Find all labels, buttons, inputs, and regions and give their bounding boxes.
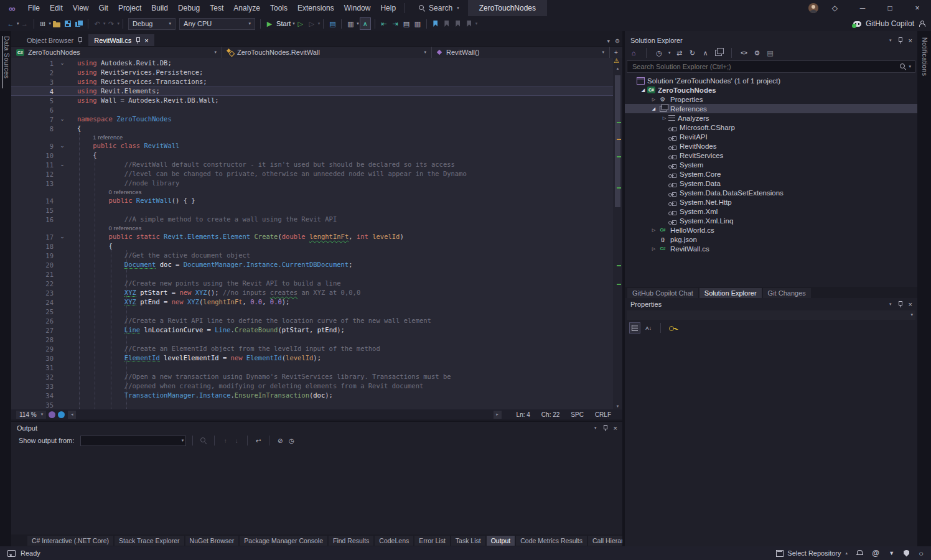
breadcrumb-project[interactable]: C#ZeroTouchNodes▾ xyxy=(11,47,222,58)
menu-edit[interactable]: Edit xyxy=(45,0,68,16)
code-line-8[interactable]: 8{ xyxy=(11,124,613,133)
window-menu-icon[interactable]: ▾ xyxy=(889,302,892,307)
breadcrumb-method[interactable]: RevitWall()▾ xyxy=(432,47,610,58)
close-button[interactable]: × xyxy=(904,4,931,12)
codelens-references[interactable]: 0 references xyxy=(109,225,142,231)
pin-icon[interactable] xyxy=(897,301,903,307)
new-project-dropdown[interactable]: ▾ xyxy=(49,21,52,26)
solution-configuration-select[interactable]: Debug▾ xyxy=(128,18,175,30)
fold-icon[interactable]: ⌄ xyxy=(54,58,71,68)
feedback-person-icon[interactable] xyxy=(919,21,925,27)
toolbar-overflow[interactable]: ▾ xyxy=(475,21,478,26)
code-line-26[interactable]: 26//Create a Revit API line to define th… xyxy=(11,316,613,325)
categorized-icon[interactable] xyxy=(632,325,638,331)
bottom-tab-code-metrics-results[interactable]: Code Metrics Results xyxy=(516,536,587,546)
bottom-tab-output[interactable]: Output xyxy=(487,536,515,546)
increase-indent-icon[interactable]: ⇥ xyxy=(390,18,400,29)
feedback-gem-icon[interactable]: ◇ xyxy=(832,4,838,12)
pending-changes-filter-icon[interactable]: ◷ xyxy=(655,48,663,58)
start-debugging-label[interactable]: Start xyxy=(276,20,291,27)
copilot-status[interactable]: GitHub Copilot xyxy=(853,19,925,28)
menu-build[interactable]: Build xyxy=(146,0,173,16)
timestamp-icon[interactable]: ◷ xyxy=(287,437,296,444)
new-project-button[interactable]: ⊞ xyxy=(38,18,48,29)
menu-extensions[interactable]: Extensions xyxy=(292,0,339,16)
solution-platform-select[interactable]: Any CPU▾ xyxy=(179,18,255,30)
redo-button[interactable]: ↷ xyxy=(106,18,116,29)
window-layout-icon[interactable]: ▥ xyxy=(345,18,355,29)
next-bookmark-icon[interactable] xyxy=(456,21,460,27)
sync-with-active-document-icon[interactable]: ⇄ xyxy=(675,48,684,58)
window-menu-icon[interactable]: ▾ xyxy=(889,38,892,43)
key-icon[interactable] xyxy=(669,325,676,330)
code-line-32[interactable]: 32//Open a new transaction using Dynamo'… xyxy=(11,372,613,381)
tree-item-system-net-http[interactable]: System.Net.Http xyxy=(625,197,917,207)
menu-tools[interactable]: Tools xyxy=(265,0,292,16)
start-dropdown[interactable]: ▾ xyxy=(292,21,295,26)
tree-item-system-xml[interactable]: System.Xml xyxy=(625,207,917,216)
start-debugging-icon[interactable]: ▶ xyxy=(264,18,274,29)
search-control[interactable]: Search ▾ xyxy=(419,4,459,12)
view-code-icon[interactable]: <> xyxy=(740,48,749,58)
scroll-down-icon[interactable]: ▾ xyxy=(613,404,622,409)
properties-wrench-icon[interactable]: ⚙ xyxy=(753,48,762,58)
code-line-15[interactable]: 15 xyxy=(11,205,613,215)
code-line-1[interactable]: 1⌄using Autodesk.Revit.DB; xyxy=(11,58,613,68)
menu-debug[interactable]: Debug xyxy=(173,0,205,16)
code-line-21[interactable]: 21 xyxy=(11,269,613,279)
chevron-down-icon[interactable]: ▾ xyxy=(457,6,459,11)
tab-revitwall-cs[interactable]: RevitWall.cs× xyxy=(88,34,154,46)
code-line-29[interactable]: 29//Create an ElementId object from the … xyxy=(11,344,613,353)
bottom-tab-error-list[interactable]: Error List xyxy=(414,536,450,546)
code-line-34[interactable]: 34TransactionManager.Instance.EnsureInTr… xyxy=(11,391,613,400)
refresh-icon[interactable]: ↻ xyxy=(688,48,697,58)
code-line-12[interactable]: 12//level can be changed to private, oth… xyxy=(11,169,613,179)
data-sources-tab[interactable]: Data Sources xyxy=(3,36,11,78)
line-ending-indicator[interactable]: CRLF xyxy=(595,411,611,418)
attach-icon[interactable]: ▷ xyxy=(307,18,317,29)
send-feedback-icon[interactable]: @ xyxy=(872,549,879,558)
scroll-right-icon[interactable]: ▸ xyxy=(494,411,502,419)
redo-dropdown[interactable]: ▾ xyxy=(118,21,120,26)
comment-icon[interactable]: ▤ xyxy=(401,18,411,29)
close-icon[interactable]: × xyxy=(909,37,912,44)
previous-bookmark-icon[interactable] xyxy=(444,21,449,27)
tree-item-analyzers[interactable]: ▷Analyzers xyxy=(625,113,917,123)
pin-icon[interactable] xyxy=(897,37,903,44)
vertical-scrollbar[interactable]: ⚠ ▴ ▾ xyxy=(613,58,622,409)
code-line-28[interactable]: 28 xyxy=(11,335,613,344)
close-icon[interactable]: × xyxy=(614,424,617,432)
live-share-icon[interactable] xyxy=(49,411,55,418)
search-options-icon[interactable]: ▾ xyxy=(909,64,911,69)
code-line-9[interactable]: 9⌄public class RevitWall xyxy=(11,141,613,151)
tree-item-references[interactable]: ◢References xyxy=(625,104,917,113)
bottom-tab-find-results[interactable]: Find Results xyxy=(329,536,373,546)
switch-views-icon[interactable]: ⌂ xyxy=(629,48,638,58)
code-line-19[interactable]: 19//Get the active document object xyxy=(11,251,613,260)
menu-file[interactable]: File xyxy=(23,0,45,16)
split-editor-icon[interactable]: + xyxy=(610,47,622,58)
fold-icon[interactable]: ⌄ xyxy=(54,141,71,151)
account-circle-icon[interactable]: ○ xyxy=(919,549,924,558)
expand-arrow-icon[interactable]: ◢ xyxy=(650,106,658,111)
code-line-16[interactable]: 16//A simple method to create a wall usi… xyxy=(11,215,613,224)
select-repository-button[interactable]: Select Repository ▴ xyxy=(776,549,848,557)
tree-item-system-xml-linq[interactable]: System.Xml.Linq xyxy=(625,216,917,225)
column-indicator[interactable]: Ch: 22 xyxy=(541,411,559,418)
tree-item-properties[interactable]: ▷⚙Properties xyxy=(625,95,917,104)
open-file-icon[interactable] xyxy=(53,22,60,27)
navigate-back-dropdown[interactable]: ▾ xyxy=(17,21,19,26)
previous-message-icon[interactable]: ↑ xyxy=(221,437,230,444)
accessibility-icon[interactable] xyxy=(58,411,65,418)
code-line-11[interactable]: 11⌄//RevitWall default constructor - it … xyxy=(11,160,613,169)
search-input[interactable] xyxy=(631,62,882,71)
attach-dropdown[interactable]: ▾ xyxy=(318,21,320,26)
show-all-files-icon[interactable] xyxy=(715,50,722,56)
tab-options-icon[interactable]: ⚙ xyxy=(615,38,620,44)
clear-all-icon[interactable]: ⊘ xyxy=(276,437,284,444)
tree-item-system-data[interactable]: System.Data xyxy=(625,179,917,188)
navigate-back-button[interactable]: ← xyxy=(6,18,16,29)
outline-toggle-icon[interactable]: ∧ xyxy=(360,17,371,30)
decrease-indent-icon[interactable]: ⇤ xyxy=(379,18,389,29)
code-line-35[interactable]: 35 xyxy=(11,400,613,409)
